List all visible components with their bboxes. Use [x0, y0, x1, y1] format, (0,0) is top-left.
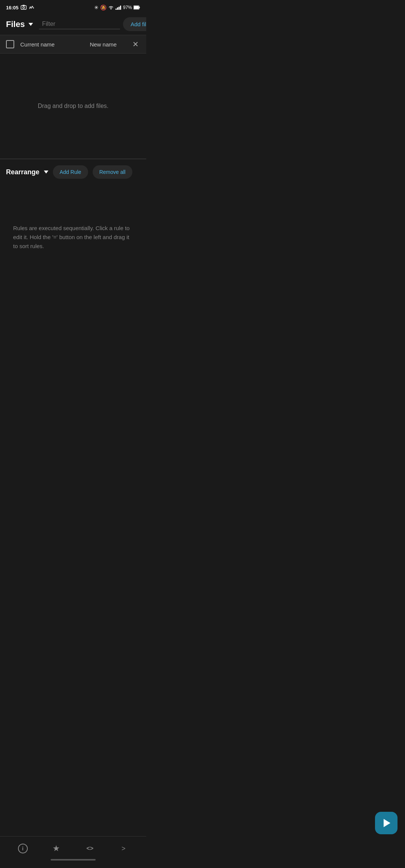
svg-rect-8 [134, 6, 139, 9]
add-rule-button[interactable]: Add Rule [53, 165, 88, 179]
wave-icon [29, 5, 34, 10]
signal-icon [116, 5, 122, 10]
mute-icon: 🔕 [100, 4, 106, 10]
asterisk-icon: ✳ [94, 4, 99, 10]
select-all-checkbox[interactable] [6, 40, 14, 48]
status-icons: ✳ 🔕 97% [94, 4, 140, 10]
rearrange-bar: Rearrange Add Rule Remove all [0, 159, 146, 185]
drop-message: Drag and drop to add files. [38, 103, 109, 109]
add-file-button[interactable]: Add file [123, 17, 146, 31]
table-header: Current name New name ✕ [0, 35, 146, 54]
svg-rect-3 [116, 9, 117, 10]
remove-all-button[interactable]: Remove all [93, 165, 132, 179]
app-title: Files [6, 19, 25, 29]
svg-rect-2 [22, 5, 25, 6]
app-header: Files Add file [0, 13, 146, 35]
time-display: 16:05 [6, 5, 18, 10]
svg-rect-6 [120, 6, 121, 10]
battery-display: 97% [123, 5, 132, 10]
battery-icon [134, 5, 140, 10]
current-name-header: Current name [20, 41, 76, 48]
title-dropdown-icon[interactable] [28, 23, 33, 26]
rules-area: Rules are executed sequentially. Click a… [0, 185, 146, 290]
status-time: 16:05 [6, 5, 34, 10]
rearrange-title: Rearrange [6, 168, 39, 176]
svg-rect-4 [117, 7, 118, 10]
rearrange-dropdown-icon[interactable] [44, 171, 48, 174]
photo-icon [21, 5, 27, 10]
wifi-icon [108, 5, 114, 10]
svg-point-1 [23, 7, 25, 9]
status-bar: 16:05 ✳ 🔕 97% [0, 0, 146, 13]
svg-rect-9 [139, 7, 140, 8]
svg-rect-0 [21, 6, 26, 9]
rules-info-text: Rules are executed sequentially. Click a… [13, 224, 133, 251]
drop-zone[interactable]: Drag and drop to add files. [0, 54, 146, 159]
new-name-header: New name [76, 41, 131, 48]
filter-input[interactable] [39, 19, 120, 29]
svg-rect-5 [118, 7, 120, 10]
close-button[interactable]: ✕ [131, 40, 140, 49]
